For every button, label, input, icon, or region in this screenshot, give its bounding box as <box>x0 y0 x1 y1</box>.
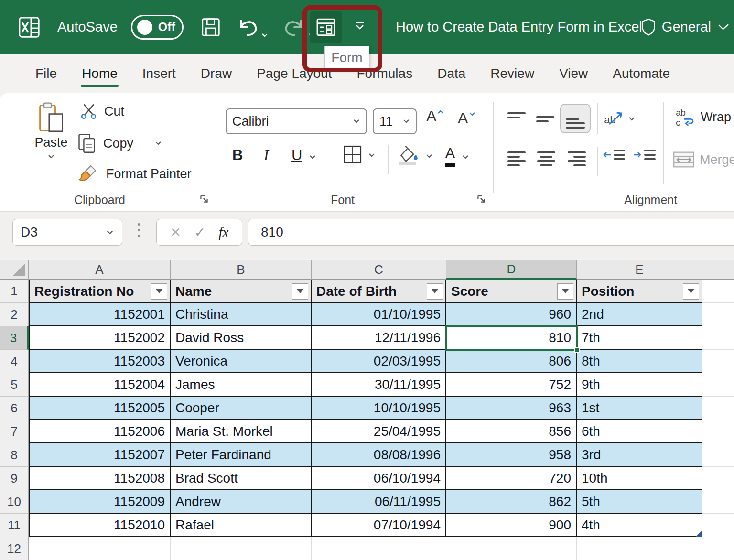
name-box[interactable]: D3 <box>12 219 122 246</box>
row-header-selected[interactable]: 3 <box>0 326 29 350</box>
undo-button[interactable] <box>236 17 269 38</box>
merge-center-button[interactable]: Merge <box>673 151 734 169</box>
cell-c6[interactable]: 10/10/1995 <box>312 397 446 420</box>
tab-file[interactable]: File <box>23 61 69 86</box>
filter-button[interactable] <box>292 283 308 300</box>
save-button[interactable] <box>200 16 222 38</box>
tab-draw[interactable]: Draw <box>188 61 244 86</box>
orientation-button[interactable]: ab <box>603 108 636 129</box>
row-header[interactable]: 7 <box>0 420 29 443</box>
header-cell-registration-no[interactable]: Registration No <box>29 280 171 303</box>
font-color-dropdown-chevron-icon[interactable] <box>462 154 469 160</box>
cancel-button[interactable]: ✕ <box>170 225 181 240</box>
cell-e11[interactable]: 4th <box>577 514 702 537</box>
empty-cell[interactable] <box>702 350 734 373</box>
header-cell-position[interactable]: Position <box>577 280 702 303</box>
undo-dropdown-chevron-icon[interactable] <box>261 32 269 38</box>
cell-b2[interactable]: Christina <box>171 303 312 326</box>
empty-cell[interactable] <box>702 467 734 490</box>
empty-cell[interactable] <box>702 397 734 420</box>
bold-button[interactable]: B <box>232 147 243 164</box>
underline-button[interactable]: U <box>291 147 316 164</box>
empty-cell[interactable] <box>702 303 734 326</box>
cell-e10[interactable]: 5th <box>577 490 702 514</box>
row-header[interactable]: 5 <box>0 373 29 397</box>
cell-c10[interactable]: 06/11/1995 <box>312 490 446 514</box>
quick-access-overflow-button[interactable] <box>353 20 367 34</box>
empty-cell[interactable] <box>702 537 734 560</box>
cell-a8[interactable]: 1152007 <box>29 443 171 467</box>
filter-button[interactable] <box>557 283 573 300</box>
cell-d8[interactable]: 958 <box>446 443 577 467</box>
tab-insert[interactable]: Insert <box>130 61 188 86</box>
tab-data[interactable]: Data <box>425 61 478 86</box>
empty-cell[interactable] <box>702 373 734 397</box>
cell-d7[interactable]: 856 <box>446 420 577 443</box>
tab-view[interactable]: View <box>547 61 600 86</box>
cell-b5[interactable]: James <box>171 373 312 397</box>
empty-cell[interactable] <box>702 420 734 443</box>
top-align-button[interactable] <box>507 112 526 118</box>
column-header-c[interactable]: C <box>312 260 446 280</box>
header-cell-name[interactable]: Name <box>171 280 312 303</box>
cell-c9[interactable]: 06/10/1994 <box>312 467 446 490</box>
column-header-d[interactable]: D <box>446 260 577 280</box>
underline-dropdown-chevron-icon[interactable] <box>309 154 316 160</box>
column-header-a[interactable]: A <box>29 260 171 280</box>
cut-button[interactable]: Cut <box>80 103 124 120</box>
align-center-button[interactable] <box>537 151 555 166</box>
wrap-text-button[interactable]: ab c Wrap <box>675 107 731 128</box>
filter-button[interactable] <box>427 283 443 300</box>
cell-e5[interactable]: 9th <box>577 373 702 397</box>
empty-cell[interactable] <box>702 280 734 303</box>
cell-a4[interactable]: 1152003 <box>29 350 171 373</box>
cell-a2[interactable]: 1152001 <box>29 303 171 326</box>
form-button[interactable] <box>310 11 342 43</box>
empty-cell[interactable] <box>702 326 734 350</box>
table-resize-handle-icon[interactable] <box>695 530 702 537</box>
cell-b3[interactable]: David Ross <box>171 326 312 350</box>
cell-e3[interactable]: 7th <box>577 326 702 350</box>
bottom-align-button[interactable] <box>560 104 591 133</box>
decrease-indent-button[interactable] <box>602 150 625 160</box>
cell-d9[interactable]: 720 <box>446 467 577 490</box>
borders-dropdown-chevron-icon[interactable] <box>368 152 376 158</box>
cell-c11[interactable]: 07/10/1994 <box>312 514 446 537</box>
cell-a7[interactable]: 1152006 <box>29 420 171 443</box>
row-header-1[interactable]: 1 <box>0 280 29 303</box>
row-header[interactable]: 2 <box>0 303 29 326</box>
tab-review[interactable]: Review <box>478 61 547 86</box>
cell-b4[interactable]: Veronica <box>171 350 312 373</box>
cell-c2[interactable]: 01/10/1995 <box>312 303 446 326</box>
sensitivity-label-button[interactable]: General <box>641 0 729 54</box>
cell-a6[interactable]: 1152005 <box>29 397 171 420</box>
empty-cell[interactable] <box>702 443 734 467</box>
cell-d3-selected[interactable]: 810 <box>446 326 577 350</box>
cell-a9[interactable]: 1152008 <box>29 467 171 490</box>
formula-input[interactable]: 810 <box>248 219 734 246</box>
row-header[interactable]: 9 <box>0 467 29 490</box>
header-cell-score[interactable]: Score <box>446 280 577 303</box>
empty-cell[interactable] <box>29 537 171 560</box>
cell-b10[interactable]: Andrew <box>171 490 312 514</box>
cell-b11[interactable]: Rafael <box>171 514 312 537</box>
cell-c8[interactable]: 08/08/1996 <box>312 443 446 467</box>
header-cell-date-of-birth[interactable]: Date of Birth <box>312 280 446 303</box>
align-left-button[interactable] <box>507 151 526 166</box>
select-all-corner[interactable] <box>0 260 29 280</box>
row-header[interactable]: 10 <box>0 490 29 514</box>
empty-cell[interactable] <box>702 490 734 514</box>
orientation-dropdown-chevron-icon[interactable] <box>628 116 636 122</box>
cell-b8[interactable]: Peter Fardinand <box>171 443 312 467</box>
row-header[interactable]: 8 <box>0 443 29 467</box>
cell-e6[interactable]: 1st <box>577 397 702 420</box>
cell-a5[interactable]: 1152004 <box>29 373 171 397</box>
row-header[interactable]: 11 <box>0 514 29 537</box>
fill-color-dropdown-chevron-icon[interactable] <box>425 153 433 159</box>
clipboard-dialog-launcher[interactable] <box>199 194 209 206</box>
row-header[interactable]: 6 <box>0 397 29 420</box>
autosave-toggle[interactable]: Off <box>131 15 184 40</box>
format-painter-button[interactable]: Format Painter <box>78 164 192 184</box>
cell-e9[interactable]: 10th <box>577 467 702 490</box>
cell-d4[interactable]: 806 <box>446 350 577 373</box>
